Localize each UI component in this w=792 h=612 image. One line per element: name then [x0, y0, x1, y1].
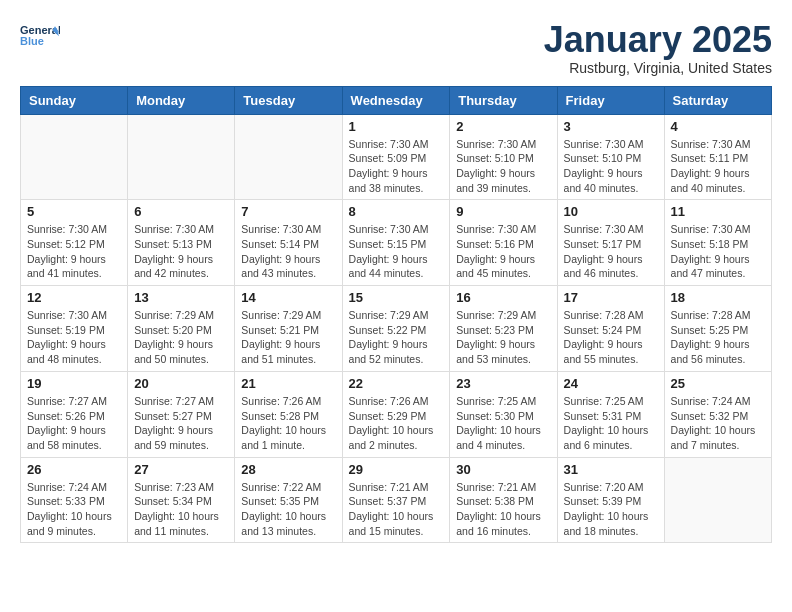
- day-info: Sunrise: 7:29 AM Sunset: 5:23 PM Dayligh…: [456, 308, 550, 367]
- day-number: 3: [564, 119, 658, 134]
- calendar-cell: [664, 457, 771, 543]
- calendar-cell: 31Sunrise: 7:20 AM Sunset: 5:39 PM Dayli…: [557, 457, 664, 543]
- calendar-cell: 14Sunrise: 7:29 AM Sunset: 5:21 PM Dayli…: [235, 286, 342, 372]
- calendar-cell: 29Sunrise: 7:21 AM Sunset: 5:37 PM Dayli…: [342, 457, 450, 543]
- day-number: 7: [241, 204, 335, 219]
- day-info: Sunrise: 7:28 AM Sunset: 5:25 PM Dayligh…: [671, 308, 765, 367]
- calendar-cell: 4Sunrise: 7:30 AM Sunset: 5:11 PM Daylig…: [664, 114, 771, 200]
- day-info: Sunrise: 7:21 AM Sunset: 5:38 PM Dayligh…: [456, 480, 550, 539]
- calendar-cell: 6Sunrise: 7:30 AM Sunset: 5:13 PM Daylig…: [128, 200, 235, 286]
- day-number: 28: [241, 462, 335, 477]
- weekday-header-tuesday: Tuesday: [235, 86, 342, 114]
- calendar-cell: 8Sunrise: 7:30 AM Sunset: 5:15 PM Daylig…: [342, 200, 450, 286]
- day-number: 15: [349, 290, 444, 305]
- day-info: Sunrise: 7:30 AM Sunset: 5:12 PM Dayligh…: [27, 222, 121, 281]
- calendar-cell: 12Sunrise: 7:30 AM Sunset: 5:19 PM Dayli…: [21, 286, 128, 372]
- day-number: 16: [456, 290, 550, 305]
- day-info: Sunrise: 7:30 AM Sunset: 5:13 PM Dayligh…: [134, 222, 228, 281]
- calendar-cell: 22Sunrise: 7:26 AM Sunset: 5:29 PM Dayli…: [342, 371, 450, 457]
- day-info: Sunrise: 7:30 AM Sunset: 5:14 PM Dayligh…: [241, 222, 335, 281]
- week-row-5: 26Sunrise: 7:24 AM Sunset: 5:33 PM Dayli…: [21, 457, 772, 543]
- calendar-cell: 10Sunrise: 7:30 AM Sunset: 5:17 PM Dayli…: [557, 200, 664, 286]
- day-info: Sunrise: 7:29 AM Sunset: 5:21 PM Dayligh…: [241, 308, 335, 367]
- calendar-cell: 19Sunrise: 7:27 AM Sunset: 5:26 PM Dayli…: [21, 371, 128, 457]
- logo: General Blue: [20, 20, 60, 50]
- day-info: Sunrise: 7:27 AM Sunset: 5:26 PM Dayligh…: [27, 394, 121, 453]
- day-number: 6: [134, 204, 228, 219]
- calendar-cell: 9Sunrise: 7:30 AM Sunset: 5:16 PM Daylig…: [450, 200, 557, 286]
- weekday-header-thursday: Thursday: [450, 86, 557, 114]
- weekday-header-saturday: Saturday: [664, 86, 771, 114]
- day-number: 27: [134, 462, 228, 477]
- day-info: Sunrise: 7:28 AM Sunset: 5:24 PM Dayligh…: [564, 308, 658, 367]
- day-info: Sunrise: 7:25 AM Sunset: 5:30 PM Dayligh…: [456, 394, 550, 453]
- weekday-header-monday: Monday: [128, 86, 235, 114]
- calendar-cell: 1Sunrise: 7:30 AM Sunset: 5:09 PM Daylig…: [342, 114, 450, 200]
- day-number: 18: [671, 290, 765, 305]
- week-row-4: 19Sunrise: 7:27 AM Sunset: 5:26 PM Dayli…: [21, 371, 772, 457]
- day-number: 21: [241, 376, 335, 391]
- day-info: Sunrise: 7:24 AM Sunset: 5:32 PM Dayligh…: [671, 394, 765, 453]
- calendar-cell: 21Sunrise: 7:26 AM Sunset: 5:28 PM Dayli…: [235, 371, 342, 457]
- day-info: Sunrise: 7:30 AM Sunset: 5:09 PM Dayligh…: [349, 137, 444, 196]
- weekday-header-wednesday: Wednesday: [342, 86, 450, 114]
- calendar-cell: 5Sunrise: 7:30 AM Sunset: 5:12 PM Daylig…: [21, 200, 128, 286]
- calendar-cell: 15Sunrise: 7:29 AM Sunset: 5:22 PM Dayli…: [342, 286, 450, 372]
- day-number: 26: [27, 462, 121, 477]
- day-number: 31: [564, 462, 658, 477]
- day-number: 24: [564, 376, 658, 391]
- day-info: Sunrise: 7:26 AM Sunset: 5:29 PM Dayligh…: [349, 394, 444, 453]
- day-number: 14: [241, 290, 335, 305]
- day-number: 5: [27, 204, 121, 219]
- calendar-cell: 13Sunrise: 7:29 AM Sunset: 5:20 PM Dayli…: [128, 286, 235, 372]
- week-row-2: 5Sunrise: 7:30 AM Sunset: 5:12 PM Daylig…: [21, 200, 772, 286]
- day-number: 29: [349, 462, 444, 477]
- day-number: 13: [134, 290, 228, 305]
- title-block: January 2025 Rustburg, Virginia, United …: [544, 20, 772, 76]
- week-row-1: 1Sunrise: 7:30 AM Sunset: 5:09 PM Daylig…: [21, 114, 772, 200]
- day-number: 2: [456, 119, 550, 134]
- day-number: 9: [456, 204, 550, 219]
- day-number: 1: [349, 119, 444, 134]
- day-info: Sunrise: 7:30 AM Sunset: 5:18 PM Dayligh…: [671, 222, 765, 281]
- day-number: 30: [456, 462, 550, 477]
- location: Rustburg, Virginia, United States: [544, 60, 772, 76]
- day-info: Sunrise: 7:23 AM Sunset: 5:34 PM Dayligh…: [134, 480, 228, 539]
- calendar-cell: 27Sunrise: 7:23 AM Sunset: 5:34 PM Dayli…: [128, 457, 235, 543]
- day-number: 11: [671, 204, 765, 219]
- calendar-cell: 30Sunrise: 7:21 AM Sunset: 5:38 PM Dayli…: [450, 457, 557, 543]
- week-row-3: 12Sunrise: 7:30 AM Sunset: 5:19 PM Dayli…: [21, 286, 772, 372]
- day-info: Sunrise: 7:30 AM Sunset: 5:17 PM Dayligh…: [564, 222, 658, 281]
- day-number: 17: [564, 290, 658, 305]
- calendar-cell: 23Sunrise: 7:25 AM Sunset: 5:30 PM Dayli…: [450, 371, 557, 457]
- calendar-cell: 16Sunrise: 7:29 AM Sunset: 5:23 PM Dayli…: [450, 286, 557, 372]
- day-number: 12: [27, 290, 121, 305]
- day-info: Sunrise: 7:30 AM Sunset: 5:11 PM Dayligh…: [671, 137, 765, 196]
- day-number: 10: [564, 204, 658, 219]
- logo-icon: General Blue: [20, 20, 60, 50]
- page-header: General Blue January 2025 Rustburg, Virg…: [20, 20, 772, 76]
- weekday-header-row: SundayMondayTuesdayWednesdayThursdayFrid…: [21, 86, 772, 114]
- day-info: Sunrise: 7:24 AM Sunset: 5:33 PM Dayligh…: [27, 480, 121, 539]
- day-info: Sunrise: 7:30 AM Sunset: 5:16 PM Dayligh…: [456, 222, 550, 281]
- day-number: 23: [456, 376, 550, 391]
- day-info: Sunrise: 7:27 AM Sunset: 5:27 PM Dayligh…: [134, 394, 228, 453]
- calendar-cell: 26Sunrise: 7:24 AM Sunset: 5:33 PM Dayli…: [21, 457, 128, 543]
- day-info: Sunrise: 7:30 AM Sunset: 5:15 PM Dayligh…: [349, 222, 444, 281]
- weekday-header-friday: Friday: [557, 86, 664, 114]
- day-number: 4: [671, 119, 765, 134]
- calendar-cell: 17Sunrise: 7:28 AM Sunset: 5:24 PM Dayli…: [557, 286, 664, 372]
- calendar-cell: 18Sunrise: 7:28 AM Sunset: 5:25 PM Dayli…: [664, 286, 771, 372]
- day-number: 25: [671, 376, 765, 391]
- day-info: Sunrise: 7:29 AM Sunset: 5:20 PM Dayligh…: [134, 308, 228, 367]
- day-number: 8: [349, 204, 444, 219]
- day-info: Sunrise: 7:30 AM Sunset: 5:10 PM Dayligh…: [564, 137, 658, 196]
- calendar-cell: 25Sunrise: 7:24 AM Sunset: 5:32 PM Dayli…: [664, 371, 771, 457]
- svg-text:Blue: Blue: [20, 35, 44, 47]
- calendar-cell: 28Sunrise: 7:22 AM Sunset: 5:35 PM Dayli…: [235, 457, 342, 543]
- day-info: Sunrise: 7:21 AM Sunset: 5:37 PM Dayligh…: [349, 480, 444, 539]
- calendar-cell: 24Sunrise: 7:25 AM Sunset: 5:31 PM Dayli…: [557, 371, 664, 457]
- day-info: Sunrise: 7:26 AM Sunset: 5:28 PM Dayligh…: [241, 394, 335, 453]
- day-number: 22: [349, 376, 444, 391]
- calendar-cell: 2Sunrise: 7:30 AM Sunset: 5:10 PM Daylig…: [450, 114, 557, 200]
